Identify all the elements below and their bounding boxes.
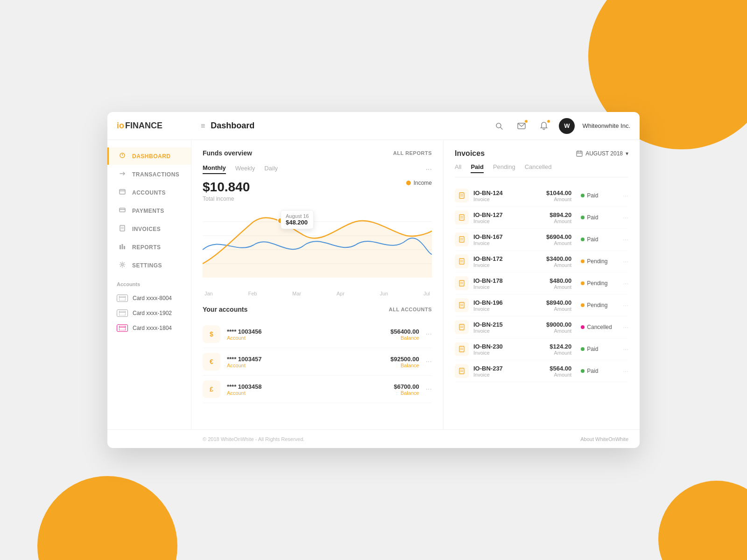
- sidebar-label-settings: SETTINGS: [132, 262, 162, 269]
- invoice-amount-value: $124.20: [550, 343, 571, 350]
- sidebar-card-8004[interactable]: Card xxxx-8004: [107, 291, 191, 306]
- svg-rect-32: [459, 215, 464, 220]
- account-more-icon[interactable]: ···: [426, 385, 432, 393]
- logo: ioFINANCE: [117, 121, 201, 131]
- invoice-more-icon[interactable]: ···: [623, 258, 628, 265]
- card-1902-icon: [117, 309, 128, 317]
- chart-area: August 16 $48.200: [203, 208, 432, 287]
- all-reports-link[interactable]: ALL REPORTS: [393, 150, 432, 156]
- invoice-more-icon[interactable]: ···: [623, 214, 628, 221]
- invoice-id: IO-BN-230: [473, 343, 545, 350]
- invoice-amount-label: Amount: [546, 328, 571, 334]
- sidebar-card-1804[interactable]: Card xxxx-1804: [107, 321, 191, 336]
- inv-tab-all[interactable]: All: [455, 163, 461, 173]
- sidebar-item-invoices[interactable]: INVOICES: [107, 220, 191, 238]
- chart-label-mar: Mar: [292, 291, 301, 296]
- invoice-id: IO-BN-172: [473, 255, 542, 262]
- invoice-type: Invoice: [473, 306, 542, 312]
- notification-icon[interactable]: [536, 119, 551, 133]
- inv-tab-paid[interactable]: Paid: [471, 163, 483, 173]
- status-label: Pending: [587, 302, 607, 308]
- invoice-icon: [455, 189, 469, 203]
- invoice-more-icon[interactable]: ···: [623, 192, 628, 199]
- invoice-id: IO-BN-215: [473, 321, 542, 328]
- invoice-date-label: AUGUST 2018: [585, 150, 623, 157]
- account-info: **** 1003456 Account: [227, 328, 384, 341]
- chart-tooltip-dot: [278, 218, 283, 224]
- all-accounts-link[interactable]: ALL ACCOUNTS: [389, 307, 432, 312]
- email-icon[interactable]: [514, 119, 529, 133]
- inv-tab-pending[interactable]: Pending: [493, 163, 515, 173]
- balance-amount: $56400.00: [390, 328, 419, 335]
- email-badge: [524, 119, 528, 123]
- chart-label-jan: Jan: [204, 291, 213, 296]
- topbar-title-area: ≡ Dashboard: [201, 121, 492, 131]
- svg-rect-38: [459, 259, 464, 264]
- invoice-id: IO-BN-127: [473, 211, 545, 218]
- status-label: Cancelled: [587, 324, 612, 330]
- account-balance: $6700.00 Balance: [394, 383, 419, 396]
- invoice-amount: $124.20 Amount: [550, 343, 571, 356]
- invoice-icon: [455, 364, 469, 378]
- balance-label: Balance: [394, 390, 419, 396]
- sidebar-card-1902[interactable]: Card xxxx-1902: [107, 306, 191, 321]
- balance-label: Balance: [390, 363, 419, 368]
- account-number: **** 1003457: [227, 356, 384, 363]
- invoice-amount-value: $1044.00: [546, 189, 571, 196]
- footer-about-link[interactable]: About WhiteOnWhite: [580, 436, 628, 442]
- app-footer: © 2018 WhiteOnWhite - All Rights Reserve…: [107, 429, 640, 448]
- sidebar-item-dashboard[interactable]: DASHBOARD: [107, 147, 191, 165]
- search-icon[interactable]: [492, 119, 507, 133]
- invoice-row: IO-BN-178 Invoice $480.00 Amount Pending…: [455, 273, 628, 294]
- invoice-info: IO-BN-124 Invoice: [473, 189, 542, 202]
- invoice-more-icon[interactable]: ···: [623, 280, 628, 287]
- chart-more-icon[interactable]: ···: [426, 165, 432, 174]
- invoice-amount: $8940.00 Amount: [546, 299, 571, 312]
- user-avatar[interactable]: W: [559, 118, 575, 134]
- account-type: Account: [227, 390, 387, 396]
- account-balance: $92500.00 Balance: [390, 356, 419, 368]
- sidebar-accounts-label: Accounts: [107, 274, 191, 291]
- bg-circle-bottom-right: [658, 481, 747, 560]
- chart-tab-monthly[interactable]: Monthly: [203, 164, 226, 174]
- invoice-amount: $1044.00 Amount: [546, 189, 571, 202]
- invoice-more-icon[interactable]: ···: [623, 323, 628, 331]
- body-layout: DASHBOARD TRANSACTIONS ACCOUNTS: [107, 140, 640, 429]
- status-dot: [581, 347, 585, 351]
- sidebar-item-settings[interactable]: SETTINGS: [107, 257, 191, 274]
- sidebar-item-reports[interactable]: REPORTS: [107, 238, 191, 256]
- invoice-amount-value: $3400.00: [546, 255, 571, 262]
- invoice-more-icon[interactable]: ···: [623, 367, 628, 375]
- account-icon: £: [203, 380, 220, 398]
- invoice-type: Invoice: [473, 350, 545, 356]
- invoice-status: Pending: [581, 258, 618, 265]
- account-number: **** 1003458: [227, 383, 387, 390]
- logo-io: io: [117, 121, 124, 131]
- invoice-type: Invoice: [473, 196, 542, 202]
- topbar-actions: W Whiteonwhite Inc.: [492, 118, 630, 134]
- invoice-date-filter[interactable]: AUGUST 2018 ▾: [576, 150, 628, 157]
- inv-tab-cancelled[interactable]: Cancelled: [525, 163, 552, 173]
- invoice-more-icon[interactable]: ···: [623, 345, 628, 353]
- status-dot: [581, 281, 585, 285]
- income-legend-dot: [406, 181, 411, 185]
- invoice-type: Invoice: [473, 262, 542, 268]
- sidebar-item-accounts[interactable]: ACCOUNTS: [107, 184, 191, 201]
- invoice-more-icon[interactable]: ···: [623, 301, 628, 309]
- account-more-icon[interactable]: ···: [426, 330, 432, 338]
- invoice-amount-value: $6904.00: [546, 233, 571, 240]
- chart-tab-daily[interactable]: Daily: [264, 165, 278, 174]
- hamburger-icon[interactable]: ≡: [201, 122, 205, 130]
- invoice-more-icon[interactable]: ···: [623, 236, 628, 243]
- sidebar-item-payments[interactable]: PAYMENTS: [107, 202, 191, 219]
- accounts-icon: [118, 189, 127, 196]
- account-row: € **** 1003457 Account $92500.00 Balance…: [203, 348, 432, 376]
- account-more-icon[interactable]: ···: [426, 357, 432, 366]
- income-info: $10.840 Total income: [203, 180, 250, 202]
- sidebar-item-transactions[interactable]: TRANSACTIONS: [107, 166, 191, 183]
- invoice-amount-label: Amount: [546, 262, 571, 268]
- svg-rect-15: [119, 296, 126, 301]
- topbar: ioFINANCE ≡ Dashboard: [107, 112, 640, 140]
- invoices-icon: [118, 225, 127, 233]
- chart-tab-weekly[interactable]: Weekly: [235, 165, 255, 174]
